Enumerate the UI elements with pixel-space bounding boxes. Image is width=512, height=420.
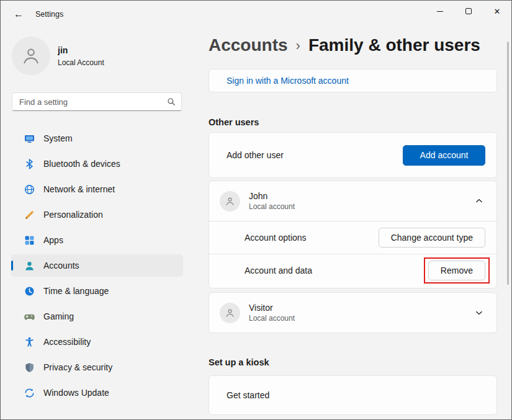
sidebar-item-label: Gaming	[43, 311, 74, 321]
john-avatar	[220, 191, 240, 212]
sidebar-item-label: Bluetooth & devices	[43, 159, 120, 169]
sidebar-item-accessibility[interactable]: Accessibility	[11, 331, 183, 353]
sidebar: jin Local Account System Bluetooth & dev…	[1, 28, 200, 419]
user-john-card: John Local account Account options Chang…	[209, 181, 497, 288]
change-account-type-button[interactable]: Change account type	[379, 228, 485, 248]
sidebar-item-apps[interactable]: Apps	[11, 229, 183, 251]
back-button[interactable]: ←	[9, 6, 29, 23]
titlebar: ← Settings ✕	[1, 1, 511, 28]
visitor-name: Visitor	[249, 303, 295, 313]
sidebar-item-label: Windows Update	[43, 388, 109, 398]
settings-window: ← Settings ✕ jin Local Account	[0, 0, 512, 420]
maximize-icon	[465, 8, 472, 14]
sidebar-item-label: Apps	[43, 235, 63, 245]
chevron-up-icon	[474, 196, 484, 206]
remove-button[interactable]: Remove	[428, 261, 485, 280]
system-icon	[24, 133, 35, 144]
person-icon	[20, 45, 42, 66]
brush-icon	[24, 210, 35, 220]
sidebar-item-label: Personalization	[43, 210, 103, 220]
sidebar-item-personalization[interactable]: Personalization	[11, 203, 183, 226]
user-name: jin	[58, 45, 68, 55]
search-input[interactable]	[19, 97, 167, 107]
accessibility-person-icon	[24, 337, 35, 347]
sign-in-microsoft-link[interactable]: Sign in with a Microsoft account	[227, 76, 349, 86]
kiosk-get-started-card[interactable]: Get started	[209, 375, 497, 415]
sidebar-nav: System Bluetooth & devices Network & int…	[11, 127, 183, 407]
account-and-data-row: Account and data Remove	[209, 254, 496, 287]
window-controls: ✕	[426, 1, 511, 22]
sidebar-item-label: System	[43, 133, 73, 143]
globe-icon	[24, 184, 35, 195]
add-other-user-label: Add other user	[227, 150, 284, 160]
breadcrumb: Accounts › Family & other users	[209, 35, 480, 55]
breadcrumb-parent[interactable]: Accounts	[209, 35, 288, 55]
sidebar-item-network-internet[interactable]: Network & internet	[11, 178, 183, 200]
sidebar-item-label: Privacy & security	[43, 362, 112, 372]
add-other-user-card: Add other user Add account	[209, 132, 497, 178]
vertical-scrollbar[interactable]	[507, 42, 509, 285]
sidebar-item-windows-update[interactable]: Windows Update	[11, 382, 183, 404]
add-account-button[interactable]: Add account	[403, 145, 485, 166]
close-icon: ✕	[494, 7, 501, 16]
user-john-expander[interactable]: John Local account	[209, 181, 496, 221]
maximize-button[interactable]	[454, 1, 483, 22]
sidebar-item-label: Network & internet	[43, 184, 115, 194]
kiosk-heading: Set up a kiosk	[209, 357, 269, 367]
gamepad-icon	[24, 311, 35, 322]
get-started-label: Get started	[227, 390, 269, 400]
chevron-down-icon	[474, 308, 484, 318]
person-icon	[225, 308, 235, 318]
remove-button-wrapper: Remove	[428, 261, 485, 280]
shield-icon	[24, 362, 35, 373]
page-title: Family & other users	[308, 35, 480, 55]
search-icon	[167, 97, 176, 106]
update-arrows-icon	[24, 388, 35, 398]
sidebar-item-bluetooth-devices[interactable]: Bluetooth & devices	[11, 153, 183, 175]
sidebar-item-accounts[interactable]: Accounts	[11, 254, 183, 277]
sidebar-item-label: Accounts	[43, 261, 79, 270]
minimize-button[interactable]	[426, 1, 454, 22]
main-content: Accounts › Family & other users Sign in …	[209, 28, 511, 419]
bluetooth-icon	[24, 159, 35, 169]
sidebar-item-label: Time & language	[43, 286, 109, 296]
breadcrumb-separator-icon: ›	[296, 37, 300, 54]
search-box[interactable]	[12, 92, 182, 111]
microsoft-account-card: Sign in with a Microsoft account	[209, 69, 497, 92]
john-account-type: Local account	[249, 202, 295, 211]
visitor-account-type: Local account	[249, 314, 295, 323]
back-arrow-icon: ←	[14, 9, 24, 20]
sidebar-item-system[interactable]: System	[11, 127, 183, 150]
user-account-type: Local Account	[58, 58, 104, 67]
sidebar-item-privacy-security[interactable]: Privacy & security	[11, 356, 183, 378]
visitor-avatar	[220, 303, 240, 323]
user-visitor-card: Visitor Local account	[209, 292, 497, 333]
sidebar-item-time-language[interactable]: Time & language	[11, 280, 183, 302]
john-name: John	[249, 191, 295, 201]
clock-icon	[24, 286, 35, 297]
minimize-icon	[437, 11, 443, 12]
sidebar-item-label: Accessibility	[43, 337, 91, 347]
person-icon	[225, 196, 235, 207]
account-options-row: Account options Change account type	[209, 221, 496, 254]
other-users-heading: Other users	[209, 117, 259, 127]
accounts-person-icon	[24, 261, 35, 271]
avatar	[12, 37, 50, 75]
apps-grid-icon	[24, 235, 35, 246]
sidebar-item-gaming[interactable]: Gaming	[11, 305, 183, 328]
window-title: Settings	[35, 10, 63, 19]
account-and-data-label: Account and data	[245, 266, 312, 275]
user-visitor-expander[interactable]: Visitor Local account	[209, 293, 496, 333]
account-options-label: Account options	[245, 233, 307, 243]
close-button[interactable]: ✕	[483, 1, 511, 22]
